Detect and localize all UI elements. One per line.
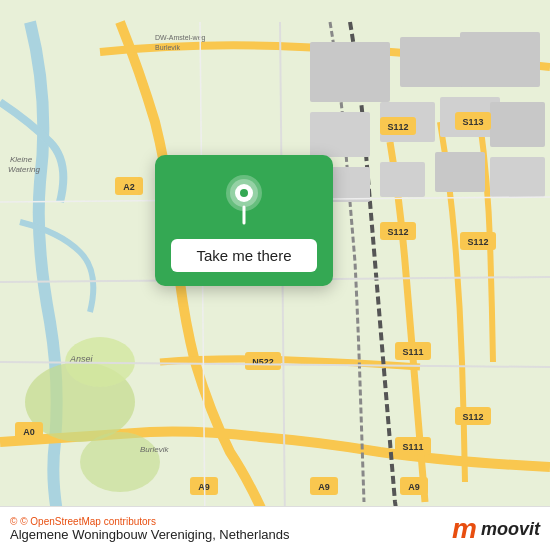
svg-text:N522: N522 — [252, 357, 274, 367]
svg-rect-7 — [490, 102, 545, 147]
svg-rect-3 — [460, 32, 540, 87]
location-name: Algemene Woningbouw Vereniging — [10, 527, 212, 542]
svg-rect-1 — [310, 42, 390, 102]
svg-text:S112: S112 — [462, 412, 483, 422]
svg-rect-10 — [435, 152, 485, 192]
bottom-left-info: © © OpenStreetMap contributors Algemene … — [10, 516, 289, 542]
take-me-there-button[interactable]: Take me there — [171, 239, 317, 272]
svg-text:S112: S112 — [387, 227, 408, 237]
map-attribution: © © OpenStreetMap contributors — [10, 516, 289, 527]
svg-text:S112: S112 — [387, 122, 408, 132]
svg-text:Kleine: Kleine — [10, 155, 33, 164]
svg-point-55 — [240, 189, 248, 197]
map-container: S112 S113 S112 S112 S111 N522 S111 S112 … — [0, 0, 550, 550]
attribution-text: © OpenStreetMap contributors — [20, 516, 156, 527]
svg-point-13 — [80, 432, 160, 492]
svg-text:S112: S112 — [467, 237, 488, 247]
svg-text:Burlevik: Burlevik — [140, 445, 169, 454]
svg-text:DW-Amstel-weg: DW-Amstel-weg — [155, 34, 206, 42]
svg-text:S113: S113 — [462, 117, 483, 127]
moovit-logo: m moovit — [452, 515, 540, 543]
svg-rect-4 — [310, 112, 370, 157]
svg-text:Watering: Watering — [8, 165, 40, 174]
svg-text:A9: A9 — [408, 482, 420, 492]
location-label: Algemene Woningbouw Vereniging, Netherla… — [10, 527, 289, 542]
pin-icon-wrapper — [222, 173, 266, 229]
moovit-wordmark: moovit — [481, 520, 540, 538]
svg-rect-2 — [400, 37, 470, 87]
location-country: Netherlands — [219, 527, 289, 542]
copyright-symbol: © — [10, 516, 17, 527]
location-pin-icon — [222, 173, 266, 225]
svg-text:S111: S111 — [402, 347, 423, 357]
svg-rect-11 — [490, 157, 545, 197]
svg-text:Burlevik: Burlevik — [155, 44, 180, 51]
bottom-bar: © © OpenStreetMap contributors Algemene … — [0, 506, 550, 550]
popup-card: Take me there — [155, 155, 333, 286]
svg-text:A0: A0 — [23, 427, 35, 437]
svg-text:A9: A9 — [318, 482, 330, 492]
moovit-m-letter: m — [452, 515, 477, 543]
svg-text:A2: A2 — [123, 182, 135, 192]
svg-text:S111: S111 — [402, 442, 423, 452]
svg-rect-9 — [380, 162, 425, 197]
